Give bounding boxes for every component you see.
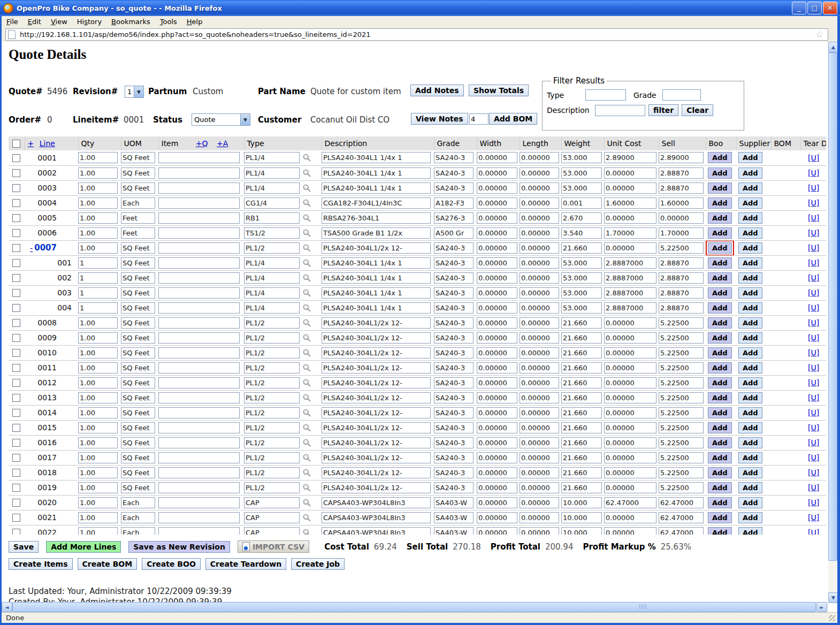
weight-input[interactable]	[561, 407, 602, 418]
length-input[interactable]	[520, 152, 559, 163]
uom-input[interactable]	[121, 242, 155, 254]
uom-input[interactable]	[121, 317, 155, 329]
uom-input[interactable]	[121, 302, 155, 314]
width-input[interactable]	[477, 152, 517, 163]
grade-input[interactable]	[434, 272, 474, 284]
search-icon[interactable]	[302, 408, 311, 417]
length-input[interactable]	[520, 467, 559, 478]
horizontal-scroll-thumb[interactable]	[12, 602, 816, 612]
type-input[interactable]	[244, 302, 300, 314]
unit-cost-input[interactable]	[604, 257, 656, 269]
weight-input[interactable]	[561, 437, 602, 448]
length-input[interactable]	[520, 407, 559, 418]
uom-input[interactable]	[121, 347, 155, 359]
boo-add-button[interactable]: Add	[708, 377, 732, 388]
unit-cost-input[interactable]	[604, 407, 656, 418]
item-input[interactable]	[158, 182, 240, 194]
row-checkbox[interactable]	[12, 169, 20, 177]
length-input[interactable]	[520, 212, 559, 224]
description-input[interactable]	[322, 212, 431, 224]
item-input[interactable]	[158, 332, 240, 344]
teardown-link[interactable]: [U]	[808, 184, 819, 192]
grade-input[interactable]	[434, 317, 474, 329]
supplier-add-button[interactable]: Add	[738, 377, 762, 388]
supplier-add-button[interactable]: Add	[738, 302, 762, 314]
weight-input[interactable]	[561, 317, 602, 329]
teardown-link[interactable]: [U]	[808, 243, 819, 252]
grade-input[interactable]	[434, 212, 474, 224]
boo-add-button[interactable]: Add	[708, 512, 732, 523]
qty-input[interactable]	[78, 452, 118, 463]
teardown-link[interactable]: [U]	[808, 154, 819, 162]
row-checkbox[interactable]	[12, 244, 20, 252]
uom-input[interactable]	[121, 392, 155, 403]
grade-input[interactable]	[434, 452, 474, 463]
row-checkbox[interactable]	[12, 319, 20, 327]
sell-input[interactable]	[659, 302, 704, 314]
sell-input[interactable]	[659, 317, 704, 329]
length-input[interactable]	[520, 257, 559, 269]
width-input[interactable]	[477, 257, 517, 269]
boo-add-button[interactable]: Add	[708, 407, 732, 418]
unit-cost-input[interactable]	[604, 287, 656, 299]
boo-add-button[interactable]: Add	[708, 332, 732, 344]
length-input[interactable]	[520, 182, 559, 194]
uom-input[interactable]	[121, 422, 155, 433]
search-icon[interactable]	[302, 273, 311, 283]
sell-input[interactable]	[659, 497, 704, 508]
width-input[interactable]	[477, 317, 517, 329]
item-input[interactable]	[158, 422, 240, 433]
description-input[interactable]	[322, 197, 431, 209]
description-input[interactable]	[322, 317, 431, 329]
width-input[interactable]	[477, 437, 517, 448]
weight-input[interactable]	[561, 302, 602, 314]
boo-add-button[interactable]: Add	[708, 392, 732, 403]
weight-input[interactable]	[561, 212, 602, 224]
sell-input[interactable]	[659, 377, 704, 388]
weight-input[interactable]	[561, 347, 602, 359]
sell-input[interactable]	[659, 467, 704, 478]
item-input[interactable]	[158, 152, 240, 163]
search-icon[interactable]	[302, 423, 311, 432]
grade-input[interactable]	[434, 242, 474, 254]
create-items-button[interactable]: Create Items	[9, 558, 73, 570]
width-input[interactable]	[477, 392, 517, 403]
row-checkbox[interactable]	[12, 484, 20, 492]
boo-add-button[interactable]: Add	[708, 167, 732, 179]
import-csv-button[interactable]: IMPORT CSV	[238, 540, 309, 553]
description-input[interactable]	[322, 227, 431, 239]
grade-input[interactable]	[434, 227, 474, 239]
teardown-link[interactable]: [U]	[808, 483, 819, 492]
length-input[interactable]	[520, 437, 559, 448]
uom-input[interactable]	[121, 287, 155, 299]
bom-count-input[interactable]	[469, 113, 488, 125]
resize-grip[interactable]	[829, 615, 835, 621]
weight-input[interactable]	[561, 512, 602, 523]
search-icon[interactable]	[302, 243, 311, 253]
sell-input[interactable]	[659, 287, 704, 299]
item-input[interactable]	[158, 527, 240, 535]
search-icon[interactable]	[302, 333, 311, 342]
boo-add-button[interactable]: Add	[708, 257, 732, 269]
unit-cost-input[interactable]	[604, 302, 656, 314]
description-input[interactable]	[322, 272, 431, 284]
type-input[interactable]	[244, 437, 300, 448]
uom-input[interactable]	[121, 482, 155, 493]
item-input[interactable]	[158, 407, 240, 418]
description-input[interactable]	[322, 152, 431, 163]
item-input[interactable]	[158, 167, 240, 179]
length-input[interactable]	[520, 302, 559, 314]
length-input[interactable]	[520, 362, 559, 374]
type-input[interactable]	[244, 317, 300, 329]
width-input[interactable]	[477, 527, 517, 535]
grade-input[interactable]	[434, 497, 474, 508]
width-input[interactable]	[477, 362, 517, 374]
grade-input[interactable]	[434, 302, 474, 314]
grade-input[interactable]	[434, 422, 474, 433]
search-icon[interactable]	[302, 228, 311, 238]
unit-cost-input[interactable]	[604, 362, 656, 374]
type-input[interactable]	[244, 482, 300, 493]
qty-input[interactable]	[78, 467, 118, 478]
bookmark-star-icon[interactable]: ☆	[815, 30, 823, 39]
type-input[interactable]	[244, 422, 300, 433]
